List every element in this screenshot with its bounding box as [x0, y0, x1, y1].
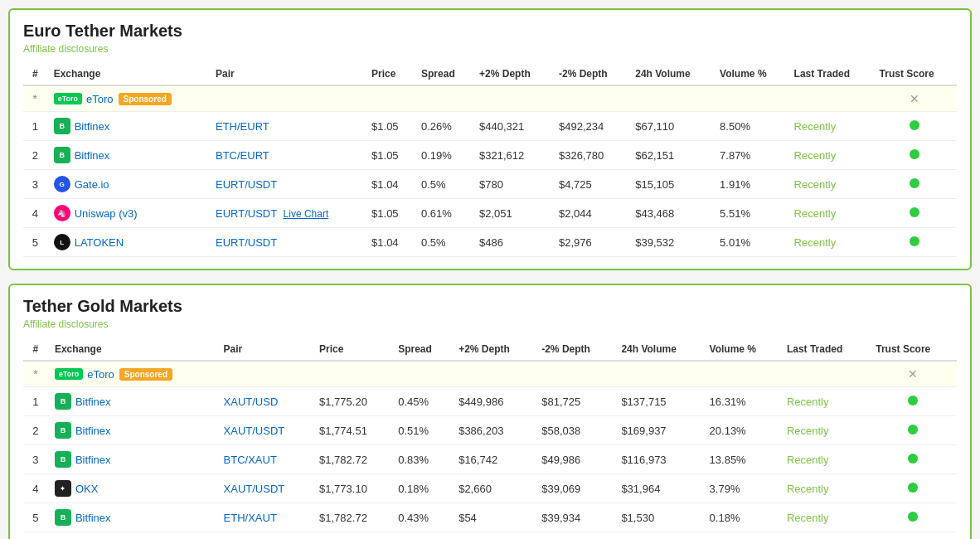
trust-dot-green	[910, 149, 919, 159]
col-exchange: Exchange	[47, 63, 209, 85]
pair-link[interactable]: XAUT/USDT	[224, 425, 285, 437]
pair-link[interactable]: BTC/XAUT	[224, 454, 277, 466]
row-pair: EURT/USDT Live Chart	[209, 199, 365, 228]
pair-link[interactable]: EURT/USDT	[216, 178, 277, 191]
col-volume-24h: 24h Volume	[614, 338, 702, 361]
row-volume-pct: 5.01%	[713, 228, 788, 257]
row-depth-plus: $321,612	[473, 141, 552, 170]
row-volume-24h: $15,105	[628, 170, 713, 199]
trust-dot-green	[910, 236, 919, 246]
etoro-name[interactable]: eToro	[86, 93, 114, 105]
market-section-euro-tether: Euro Tether Markets Affiliate disclosure…	[8, 8, 972, 270]
row-last-traded: Recently	[788, 199, 873, 228]
exchange-link[interactable]: Bitfinex	[75, 396, 111, 408]
row-num: 1	[23, 112, 47, 141]
exchange-link[interactable]: OKX	[75, 483, 98, 495]
row-exchange: B Bitfinex	[47, 112, 209, 141]
row-depth-minus: $58,038	[535, 416, 614, 445]
trust-dot-green	[910, 207, 919, 217]
row-volume-pct: 16.31%	[703, 387, 780, 416]
table-row: 5 B Bitfinex ETH/XAUT $1,782.72 0	[23, 503, 957, 532]
row-price: $1,773.10	[313, 474, 391, 503]
sponsored-exchange: eToro eToro Sponsored	[47, 85, 209, 112]
col-volume-pct: Volume %	[713, 63, 788, 85]
exchange-link[interactable]: LATOKEN	[75, 236, 124, 249]
pair-link[interactable]: ETH/XAUT	[224, 512, 277, 524]
sponsored-star: *	[23, 361, 48, 387]
exchange-link[interactable]: Bitfinex	[75, 512, 111, 524]
row-depth-plus: $54	[452, 503, 535, 532]
row-spread: 0.43%	[391, 503, 452, 532]
sponsored-volume	[614, 361, 702, 387]
row-pair: ETH/XAUT	[217, 503, 313, 532]
row-spread: 0.51%	[391, 416, 452, 445]
row-exchange: B Bitfinex	[48, 387, 217, 416]
pair-link[interactable]: BTC/EURT	[216, 149, 269, 162]
table-header-row: # Exchange Pair Price Spread +2% Depth -…	[23, 63, 957, 85]
sponsored-close[interactable]: ✕	[869, 361, 957, 387]
trust-dot-green	[908, 483, 918, 493]
row-trust-score	[869, 445, 957, 474]
col-spread: Spread	[415, 63, 473, 85]
exchange-link[interactable]: Bitfinex	[75, 120, 110, 133]
row-trust-score	[869, 503, 957, 532]
row-depth-plus: $16,742	[452, 445, 535, 474]
row-spread: 0.61%	[415, 199, 473, 228]
exchange-link[interactable]: Bitfinex	[75, 425, 111, 437]
sponsored-vol-pct	[703, 361, 780, 387]
col-trust-score: Trust Score	[869, 338, 957, 361]
row-price: $1.04	[365, 170, 415, 199]
row-depth-minus: $81,725	[535, 387, 614, 416]
sponsored-row: * eToro eToro Sponsored	[23, 361, 957, 387]
exchange-link[interactable]: Gate.io	[75, 178, 109, 191]
sponsored-badge: Sponsored	[119, 93, 172, 105]
section-title: Euro Tether Markets	[23, 22, 957, 41]
exchange-link[interactable]: Bitfinex	[75, 149, 110, 162]
sponsored-depth-plus	[452, 361, 535, 387]
sponsored-pair	[209, 85, 365, 112]
affiliate-link[interactable]: Affiliate disclosures	[23, 43, 109, 55]
etoro-name[interactable]: eToro	[87, 368, 114, 381]
live-chart-link[interactable]: Live Chart	[284, 208, 329, 220]
row-spread: 0.5%	[415, 170, 473, 199]
row-depth-minus: $492,234	[552, 112, 628, 141]
pair-link[interactable]: EURT/USDT	[216, 207, 277, 220]
exchange-link[interactable]: Uniswap (v3)	[75, 207, 138, 220]
row-volume-24h: $31,964	[614, 474, 702, 503]
affiliate-link[interactable]: Affiliate disclosures	[23, 318, 109, 330]
row-price: $1,775.20	[313, 387, 391, 416]
row-pair: XAUT/USDT	[217, 474, 313, 503]
trust-dot-green	[910, 178, 919, 188]
pair-link[interactable]: EURT/USDT	[216, 236, 277, 249]
table-row: 3 B Bitfinex BTC/XAUT $1,782.72 0	[23, 445, 957, 474]
row-depth-plus: $486	[473, 228, 552, 257]
col-trust-score: Trust Score	[873, 63, 957, 85]
exchange-link[interactable]: Bitfinex	[75, 454, 111, 466]
table-header-row: # Exchange Pair Price Spread +2% Depth -…	[23, 338, 957, 361]
col-num: #	[23, 338, 48, 361]
close-icon[interactable]: ✕	[910, 92, 919, 105]
sponsored-vol-pct	[713, 85, 788, 112]
row-last-traded: Recently	[780, 503, 869, 532]
row-price: $1.05	[365, 112, 415, 141]
row-num: 3	[23, 170, 47, 199]
row-pair: XAUT/USDT	[217, 416, 313, 445]
row-volume-pct: 8.50%	[713, 112, 788, 141]
row-volume-24h: $169,937	[614, 416, 702, 445]
pair-link[interactable]: XAUT/USDT	[224, 483, 285, 495]
etoro-logo: eToro	[55, 368, 83, 380]
row-exchange: L LATOKEN	[47, 228, 209, 257]
pair-link[interactable]: ETH/EURT	[216, 120, 269, 133]
row-pair: EURT/USDT	[209, 170, 365, 199]
sponsored-spread	[415, 85, 473, 112]
col-last-traded: Last Traded	[780, 338, 869, 361]
table-row: 4 🦄 Uniswap (v3) EURT/USDT Live Chart $1…	[23, 199, 957, 228]
row-depth-plus: $449,986	[452, 387, 535, 416]
row-exchange: 🦄 Uniswap (v3)	[47, 199, 209, 228]
pair-link[interactable]: XAUT/USD	[224, 396, 279, 408]
sponsored-close[interactable]: ✕	[873, 85, 957, 112]
close-icon[interactable]: ✕	[908, 367, 918, 381]
row-num: 2	[23, 416, 48, 445]
row-trust-score	[873, 112, 957, 141]
row-depth-minus: $2,976	[552, 228, 628, 257]
